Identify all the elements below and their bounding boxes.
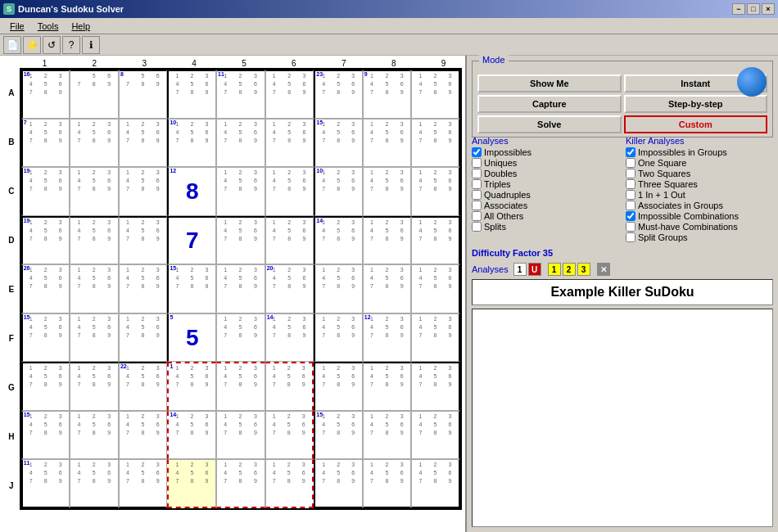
sudoku-grid[interactable]: 1234567891656789567898123456789123456789… [20,68,462,510]
cell-4-2[interactable]: 123456789 [119,264,168,313]
globe-button[interactable] [737,67,767,97]
cell-8-8[interactable]: 123456789 [411,459,460,508]
cell-4-6[interactable]: 123456789 [314,264,363,313]
cell-7-0[interactable]: 12345678915 [21,411,70,460]
cell-1-2[interactable]: 123456789 [119,119,168,168]
cell-6-4[interactable]: 123456789 [216,362,265,411]
cell-5-2[interactable]: 123456789 [119,313,168,363]
help-button[interactable]: ? [62,36,80,54]
check-quadruples-input[interactable] [472,190,482,200]
cell-1-1[interactable]: 123456789 [70,119,119,168]
cell-2-7[interactable]: 123456789 [363,167,412,216]
check-musthave-combos-input[interactable] [626,222,636,232]
cell-5-4[interactable]: 123456789 [216,313,265,363]
cell-3-7[interactable]: 123456789 [363,216,412,265]
cell-5-7[interactable]: 12345678912 [363,313,412,363]
cell-1-7[interactable]: 123456789 [363,119,412,168]
cell-4-5[interactable]: 12345678920 [265,264,314,313]
cell-2-0[interactable]: 12345678919 [21,167,70,216]
maximize-button[interactable]: □ [747,3,760,15]
cell-5-5[interactable]: 12345678914 [265,313,314,363]
cell-1-8[interactable]: 123456789 [411,119,460,168]
cell-6-0[interactable]: 123456789 [21,362,70,411]
cell-0-0[interactable]: 12345678916 [21,70,70,119]
cell-0-8[interactable]: 123456789 [411,70,460,119]
cell-4-8[interactable]: 123456789 [411,264,460,313]
check-one-square-input[interactable] [626,158,636,168]
check-all-others-input[interactable] [472,211,482,221]
cell-8-4[interactable]: 123456789 [216,459,265,508]
check-impossible-combos-input[interactable] [626,211,636,221]
open-button[interactable]: ⭐ [23,36,41,54]
cell-8-0[interactable]: 12345678911 [21,459,70,508]
cell-6-8[interactable]: 123456789 [411,362,460,411]
cell-0-4[interactable]: 12345678911 [216,70,265,119]
cell-3-4[interactable]: 123456789 [216,216,265,265]
cell-3-6[interactable]: 12345678914 [314,216,363,265]
cell-1-6[interactable]: 12345678915 [314,119,363,168]
cell-0-1[interactable]: 56789 [70,70,119,119]
cell-7-8[interactable]: 123456789 [411,411,460,460]
menu-file[interactable]: File [3,20,31,33]
cell-3-1[interactable]: 123456789 [70,216,119,265]
check-uniques-input[interactable] [472,158,482,168]
undo-button[interactable]: ↺ [43,36,61,54]
capture-button[interactable]: Capture [477,95,622,113]
cell-1-3[interactable]: 12345678910 [167,119,216,168]
cell-3-2[interactable]: 123456789 [119,216,168,265]
cell-5-6[interactable]: 123456789 [314,313,363,363]
cell-4-7[interactable]: 123456789 [363,264,412,313]
cell-7-7[interactable]: 123456789 [363,411,412,460]
check-associates-groups-input[interactable] [626,201,636,210]
check-impossibles-groups-input[interactable] [626,147,636,157]
cell-2-5[interactable]: 123456789 [265,167,314,216]
cell-8-5[interactable]: 123456789 [265,459,314,508]
cell-7-2[interactable]: 123456789 [119,411,168,460]
check-triples-input[interactable] [472,179,482,189]
custom-button[interactable]: Custom [624,115,768,133]
cell-6-3[interactable]: 1234567891 [167,362,216,411]
cell-3-3[interactable]: 7 [167,216,216,265]
cell-6-2[interactable]: 12345678922 [119,362,168,411]
cell-6-6[interactable]: 123456789 [314,362,363,411]
check-two-squares-input[interactable] [626,169,636,178]
cell-1-4[interactable]: 123456789 [216,119,265,168]
cell-1-0[interactable]: 1234567897 [21,119,70,168]
cell-6-1[interactable]: 123456789 [70,362,119,411]
solve-button[interactable]: Solve [477,115,622,133]
check-doubles-input[interactable] [472,169,482,178]
cell-2-6[interactable]: 12345678910 [314,167,363,216]
cell-5-0[interactable]: 12345678915 [21,313,70,363]
step-by-step-button[interactable]: Step-by-step [624,95,768,113]
cell-0-3[interactable]: 123456789 [167,70,216,119]
cell-0-5[interactable]: 123456789 [265,70,314,119]
cell-4-1[interactable]: 123456789 [70,264,119,313]
cell-7-6[interactable]: 12345678915 [314,411,363,460]
cell-3-0[interactable]: 12345678919 [21,216,70,265]
show-me-button[interactable]: Show Me [477,74,622,92]
minimize-button[interactable]: − [732,3,745,15]
cell-2-1[interactable]: 123456789 [70,167,119,216]
cell-8-2[interactable]: 123456789 [119,459,168,508]
cell-8-6[interactable]: 123456789 [314,459,363,508]
cell-3-5[interactable]: 123456789 [265,216,314,265]
cell-2-2[interactable]: 123456789 [119,167,168,216]
cell-7-3[interactable]: 12345678914 [167,411,216,460]
cell-0-7[interactable]: 1234567899 [363,70,412,119]
cell-7-1[interactable]: 123456789 [70,411,119,460]
cell-0-6[interactable]: 12345678923 [314,70,363,119]
cell-1-5[interactable]: 123456789 [265,119,314,168]
new-button[interactable]: 📄 [3,36,21,54]
cell-2-8[interactable]: 123456789 [411,167,460,216]
cell-4-3[interactable]: 12345678915 [167,264,216,313]
cell-6-5[interactable]: 123456789 [265,362,314,411]
cell-7-5[interactable]: 123456789 [265,411,314,460]
cell-3-8[interactable]: 123456789 [411,216,460,265]
check-associates-input[interactable] [472,201,482,210]
cell-8-7[interactable]: 123456789 [363,459,412,508]
cell-4-0[interactable]: 12345678926 [21,264,70,313]
menu-tools[interactable]: Tools [31,20,66,33]
cell-5-1[interactable]: 123456789 [70,313,119,363]
close-button[interactable]: × [762,3,775,15]
cell-7-4[interactable]: 123456789 [216,411,265,460]
